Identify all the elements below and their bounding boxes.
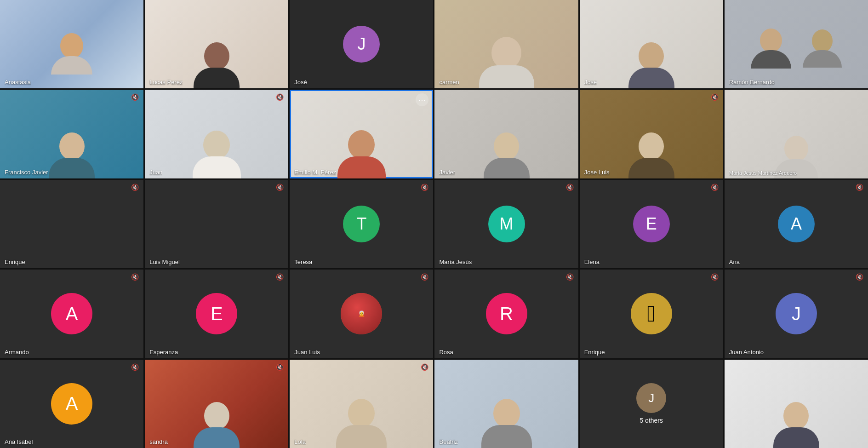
mute-icon: 🔇 [711,273,719,281]
mute-icon: 🔇 [131,273,139,281]
avatar-circle: J [776,293,817,334]
tile-juanantonio[interactable]: J 🔇 Juan Antonio [725,270,868,358]
others-avatar: J [636,383,666,413]
participant-name: Beatriz [439,438,457,445]
tile-anastasia[interactable]: Anastasia [0,0,143,88]
mute-icon: 🔇 [421,184,428,191]
participant-name: Juan [149,169,162,176]
tile-luismiguel[interactable]: 🔇 Luis Miguel [145,180,288,268]
tile-elena[interactable]: E 🔇 Elena [580,180,723,268]
participant-name: Esperanza [149,349,178,356]
mute-icon: 🔇 [131,93,139,101]
tile-lucas[interactable]: Lucas Perez [145,0,288,88]
tile-5others[interactable]: J 5 others [580,360,723,448]
participant-name: María Jesús [439,258,472,265]
avatar-circle: T [343,206,380,242]
participant-name: Enrique [584,349,605,356]
avatar-circle: J [343,26,380,63]
video-grid: Anastasia Lucas Perez J José carmen [0,0,868,448]
mute-icon: 🔇 [421,363,428,371]
tile-teresa[interactable]: T 🔇 Teresa [290,180,433,268]
mute-icon: 🔇 [276,184,284,191]
tile-juan[interactable]: 🔇 Juan [145,90,288,178]
tile-enrique[interactable]: 🔇 Enrique [0,180,143,268]
tile-lastperson[interactable] [725,360,868,448]
avatar-circle: E [196,293,237,334]
avatar-circle: 𓁿 [631,293,672,334]
participant-name: carmen [439,79,459,86]
tile-sandra[interactable]: 🔇 sandra [145,360,288,448]
avatar-circle: A [51,383,92,425]
mute-icon: 🔇 [566,184,574,191]
participant-name: Ana [729,258,740,265]
tile-jose2[interactable]: Jose [580,0,723,88]
participant-name: sandra [149,438,168,445]
tile-fj[interactable]: 🔇 Francisco Javier [0,90,143,178]
participant-name: Juan Luis [294,349,320,356]
participant-name: Ana Isabel [5,438,33,445]
mute-icon: 🔇 [711,184,719,191]
participant-name: Armando [5,349,29,356]
mute-icon: 🔇 [131,363,139,371]
participant-name: Javier [439,169,455,176]
tile-javier[interactable]: Javier [434,90,578,178]
mute-icon: 🔇 [856,184,863,191]
mute-icon: 🔇 [276,93,284,101]
tile-joseluis[interactable]: 🔇 Jose Luis [580,90,723,178]
mute-icon: 🔇 [856,273,863,281]
tile-enrique2[interactable]: 𓁿 🔇 Enrique [580,270,723,358]
participant-name: Jose [584,79,597,86]
participant-name: Lola [294,438,306,445]
tile-ana[interactable]: A 🔇 Ana [725,180,868,268]
participant-name: Enrique [5,258,25,265]
tile-juanluis[interactable]: 🧑‍🦳 🔇 Juan Luis [290,270,433,358]
participant-name: Ramón Bernardo [729,79,775,86]
tile-lola[interactable]: 🔇 Lola [290,360,433,448]
tile-emilio[interactable]: ⋯ Emilio M. Pérez [290,90,433,178]
tile-rosa[interactable]: R 🔇 Rosa [434,270,578,358]
tile-carmen[interactable]: carmen [434,0,578,88]
mute-icon: 🔇 [276,363,284,371]
participant-name: Emilio M. Pérez [294,169,336,176]
mute-icon: 🔇 [711,93,719,101]
avatar-circle: E [633,206,670,242]
others-count-label: 5 others [640,417,663,424]
avatar-circle: M [488,206,525,242]
tile-mjarquero[interactable]: María Jesús Martínez Arquero [725,90,868,178]
participant-name: Teresa [294,258,312,265]
tile-anaisabel[interactable]: A 🔇 Ana Isabel [0,360,143,448]
participant-name: Rosa [439,349,453,356]
tile-ramon[interactable]: Ramón Bernardo [725,0,868,88]
avatar-circle: A [51,293,92,334]
participant-name: Juan Antonio [729,349,764,356]
avatar-circle: A [778,206,815,242]
mute-icon: 🔇 [276,273,284,281]
mute-icon: 🔇 [566,273,574,281]
participant-name: Luis Miguel [149,258,180,265]
participant-name: Jose Luis [584,169,610,176]
tile-mariajesus[interactable]: M 🔇 María Jesús [434,180,578,268]
mute-icon: 🔇 [421,273,428,281]
mute-icon: 🔇 [131,184,139,191]
tile-esperanza[interactable]: E 🔇 Esperanza [145,270,288,358]
avatar-circle: 🧑‍🦳 [341,293,382,334]
others-group: J 5 others [636,383,666,424]
participant-name: José [294,79,307,86]
avatar-circle: R [486,293,527,334]
participant-name: Anastasia [5,79,31,86]
participant-name: María Jesús Martínez Arquero [729,170,797,176]
tile-beatriz[interactable]: Beatriz [434,360,578,448]
participant-name: Lucas Perez [149,79,183,86]
participant-name: Francisco Javier [5,169,48,176]
tile-jose[interactable]: J José [290,0,433,88]
participant-name: Elena [584,258,600,265]
tile-armando[interactable]: A 🔇 Armando [0,270,143,358]
